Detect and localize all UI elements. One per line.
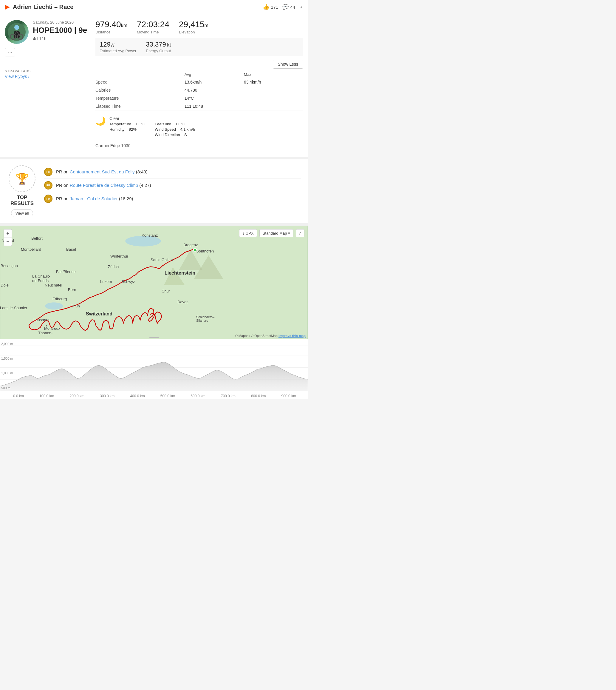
x-label-400: 400.0 km bbox=[130, 394, 145, 398]
strava-logo-icon: ▶ bbox=[5, 3, 10, 11]
calories-row: Calories 44,780 bbox=[95, 86, 303, 94]
pr-medal-3: PR bbox=[44, 194, 52, 203]
moving-time-value: 72:03:24 bbox=[137, 20, 169, 29]
calories-avg: 44,780 bbox=[184, 88, 244, 92]
x-label-700: 700.0 km bbox=[221, 394, 236, 398]
trophy-circle: 🏆 bbox=[9, 165, 36, 192]
feels-like-row: Feels like 11 °C bbox=[155, 122, 195, 126]
elevation-svg bbox=[0, 339, 308, 393]
power-value: 129W bbox=[100, 41, 136, 48]
map-section: + − ↓ GPX Standard Map ▾ ⤢ Vesoul Belfor… bbox=[0, 226, 308, 339]
comment-icon: 💬 bbox=[282, 4, 289, 10]
result-item-1: PR PR on Contournement Sud-Est du Folly … bbox=[44, 165, 301, 179]
map-svg bbox=[0, 226, 308, 339]
activity-name: HOPE1000 | 9e bbox=[33, 26, 88, 35]
speed-max: 63.4km/h bbox=[244, 80, 303, 84]
header-actions: 👍 171 💬 44 ▲ bbox=[263, 4, 303, 10]
x-label-800: 800.0 km bbox=[251, 394, 266, 398]
weather-info: Clear Temperature 11 °C Humidity bbox=[109, 116, 195, 137]
pr-medal-1: PR bbox=[44, 168, 52, 176]
resize-handle-bar bbox=[149, 337, 159, 338]
weather-details: Temperature 11 °C Humidity 92% bbox=[109, 121, 195, 137]
activity-content: Saturday, 20 June 2020 HOPE1000 | 9e 4d … bbox=[0, 14, 308, 157]
top-stats-row: 979.40km Distance 72:03:24 Moving Time 2… bbox=[95, 20, 303, 34]
likes-count: 171 bbox=[271, 4, 278, 9]
result-text-2: PR on Route Forestière de Chessy Climb (… bbox=[56, 183, 151, 188]
gpx-download-button[interactable]: ↓ GPX bbox=[239, 229, 257, 237]
flybys-arrow-icon: › bbox=[28, 74, 29, 79]
page-title: Adrien Liechti – Race bbox=[13, 4, 263, 11]
segment-link-1[interactable]: Contournement Sud-Est du Folly bbox=[70, 169, 135, 174]
stats-table: Avg Max Speed 13.6km/h 63.4km/h Calories… bbox=[95, 71, 303, 110]
stats-panel: 979.40km Distance 72:03:24 Moving Time 2… bbox=[95, 20, 303, 151]
map-attribution: © Mapbox © OpenStreetMap Improve this ma… bbox=[235, 334, 306, 337]
temp-row: Temperature 11 °C bbox=[109, 122, 145, 126]
speed-row: Speed 13.6km/h 63.4km/h bbox=[95, 78, 303, 86]
page-header: ▶ Adrien Liechti – Race 👍 171 💬 44 ▲ bbox=[0, 0, 308, 14]
view-flybys-link[interactable]: View Flybys › bbox=[5, 74, 88, 79]
segment-link-3[interactable]: Jaman - Col de Soladier bbox=[70, 196, 118, 201]
map-top-right: ↓ GPX Standard Map ▾ ⤢ bbox=[239, 229, 304, 237]
x-label-100: 100.0 km bbox=[39, 394, 54, 398]
x-label-0: 0.0 km bbox=[13, 394, 24, 398]
x-label-300: 300.0 km bbox=[100, 394, 114, 398]
activity-duration: 4d 11h bbox=[33, 36, 88, 41]
segment-link-2[interactable]: Route Forestière de Chessy Climb bbox=[70, 183, 138, 188]
chevron-up-icon[interactable]: ▲ bbox=[299, 5, 303, 9]
more-options-button[interactable]: ··· bbox=[5, 48, 15, 57]
secondary-stats-row: 129W Estimated Avg Power 33,379 kJ Energ… bbox=[95, 38, 303, 56]
x-label-500: 500.0 km bbox=[160, 394, 175, 398]
col-metric-header bbox=[95, 72, 184, 77]
result-text-1: PR on Contournement Sud-Est du Folly (8:… bbox=[56, 169, 148, 174]
energy-label: Energy Output bbox=[146, 49, 171, 53]
view-flybys-text: View Flybys bbox=[5, 74, 27, 79]
elevation-label: Elevation bbox=[179, 30, 208, 34]
weather-col-right: Feels like 11 °C Wind Speed 4.1 km/h W bbox=[155, 121, 195, 137]
moving-time-stat: 72:03:24 Moving Time bbox=[137, 20, 169, 34]
device-name: Garmin Edge 1030 bbox=[95, 143, 131, 148]
show-less-wrapper: Show Less bbox=[95, 60, 303, 69]
likes-action[interactable]: 👍 171 bbox=[263, 4, 278, 10]
elevation-value: 29,415m bbox=[179, 20, 208, 29]
activity-info: Saturday, 20 June 2020 HOPE1000 | 9e 4d … bbox=[33, 20, 88, 44]
zoom-out-button[interactable]: − bbox=[4, 237, 12, 246]
strava-labs-label: STRAVA LABS bbox=[5, 69, 88, 73]
expand-map-button[interactable]: ⤢ bbox=[296, 229, 304, 237]
improve-map-link[interactable]: Improve this map bbox=[279, 334, 306, 337]
elapsed-label: Elapsed Time bbox=[95, 104, 184, 109]
map-type-button[interactable]: Standard Map ▾ bbox=[259, 229, 293, 237]
map-resize-handle[interactable] bbox=[148, 336, 160, 339]
distance-stat: 979.40km Distance bbox=[95, 20, 127, 34]
humidity-row: Humidity 92% bbox=[109, 127, 145, 132]
activity-card: Saturday, 20 June 2020 HOPE1000 | 9e 4d … bbox=[0, 14, 308, 159]
wind-speed-row: Wind Speed 4.1 km/h bbox=[155, 127, 195, 132]
x-label-200: 200.0 km bbox=[70, 394, 84, 398]
col-avg-header: Avg bbox=[184, 72, 244, 77]
moving-time-label: Moving Time bbox=[137, 30, 169, 34]
map-background: + − ↓ GPX Standard Map ▾ ⤢ Vesoul Belfor… bbox=[0, 226, 308, 339]
speed-label: Speed bbox=[95, 80, 184, 84]
speed-avg: 13.6km/h bbox=[184, 80, 244, 84]
view-all-button[interactable]: View all bbox=[11, 209, 34, 217]
results-list: PR PR on Contournement Sud-Est du Folly … bbox=[44, 165, 301, 205]
temperature-avg: 14°C bbox=[184, 96, 244, 101]
stats-table-header: Avg Max bbox=[95, 71, 303, 78]
result-item-2: PR PR on Route Forestière de Chessy Clim… bbox=[44, 179, 301, 192]
activity-left-col: Saturday, 20 June 2020 HOPE1000 | 9e 4d … bbox=[5, 20, 88, 151]
distance-label: Distance bbox=[95, 30, 127, 34]
power-stat: 129W Estimated Avg Power bbox=[100, 41, 136, 53]
show-less-button[interactable]: Show Less bbox=[273, 60, 303, 69]
wind-dir-row: Wind Direction S bbox=[155, 132, 195, 137]
top-results-heading: TOP RESULTS bbox=[10, 194, 34, 207]
y-label-1500: 1,500 m bbox=[1, 357, 13, 360]
weather-condition: Clear bbox=[109, 116, 195, 121]
avatar bbox=[5, 20, 29, 44]
y-label-2000: 2,000 m bbox=[1, 342, 13, 346]
x-label-600: 600.0 km bbox=[191, 394, 205, 398]
elevation-x-labels: 0.0 km 100.0 km 200.0 km 300.0 km 400.0 … bbox=[0, 393, 308, 399]
zoom-in-button[interactable]: + bbox=[4, 229, 12, 237]
elevation-stat: 29,415m Elevation bbox=[179, 20, 208, 34]
activity-date: Saturday, 20 June 2020 bbox=[33, 20, 88, 24]
top-results-section: 🏆 TOP RESULTS View all PR PR on Contourn… bbox=[0, 159, 308, 226]
comments-action[interactable]: 💬 44 bbox=[282, 4, 295, 10]
